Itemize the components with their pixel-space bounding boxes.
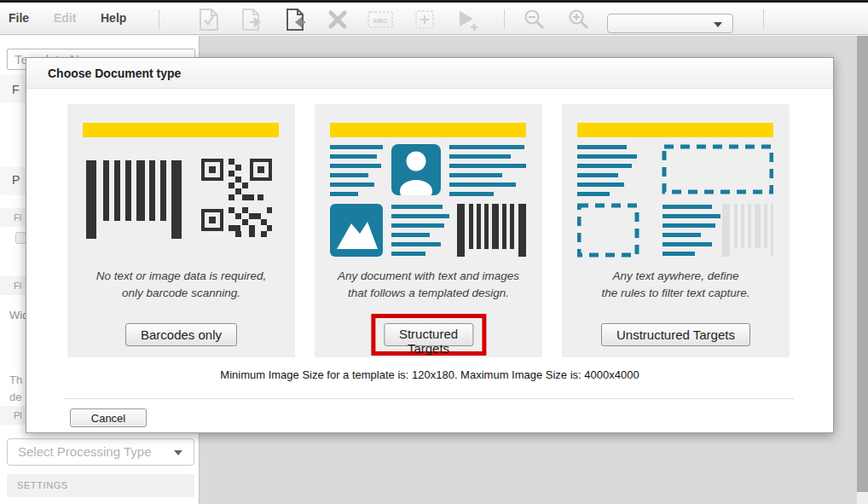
validate-document-icon: [198, 8, 220, 32]
sidebar-description-line: Th: [9, 374, 22, 386]
menu-file[interactable]: File: [9, 3, 29, 34]
toolbar-separator: [504, 9, 505, 29]
sidebar-section-label-p: P: [12, 173, 20, 187]
zoom-out-icon: [524, 9, 546, 31]
run-pointer-button[interactable]: [454, 7, 483, 32]
dialog-divider: [65, 398, 795, 399]
export-document-icon: [241, 8, 265, 32]
toolbar-separator: [159, 9, 159, 29]
structured-document-illustration: [330, 123, 526, 259]
text-capture-area-button[interactable]: ABC: [366, 7, 395, 32]
add-area-button[interactable]: [410, 7, 439, 32]
card-description-line: only barcode scanning.: [67, 285, 295, 302]
sidebar-sublabel-fl-2: Fl: [14, 281, 21, 291]
card-description: No text or image data is required, only …: [67, 268, 295, 302]
import-document-icon: [284, 8, 308, 32]
barcode-glyph: [457, 204, 526, 257]
validate-document-button[interactable]: [194, 7, 223, 32]
doc-type-card-barcodes: No text or image data is required, only …: [67, 104, 295, 357]
structured-targets-button[interactable]: Structured Targets: [384, 323, 473, 346]
sidebar-section-label-f: F: [12, 83, 20, 96]
faded-barcode-glyph: [722, 204, 773, 257]
settings-section-header[interactable]: SETTINGS: [7, 474, 194, 497]
text-capture-area-icon: ABC: [367, 9, 394, 30]
card-description: Any document with text and images that f…: [315, 268, 542, 302]
sidebar-sublabel-fl-1: Fl: [14, 212, 21, 223]
dashed-region-rect: [664, 147, 772, 192]
menu-edit: Edit: [54, 3, 76, 34]
toolbar: File Edit Help ABC: [0, 3, 868, 35]
dialog-title: Choose Document type: [26, 58, 833, 89]
vertical-scrollbar[interactable]: [857, 36, 868, 492]
card-description-line: No text or image data is required,: [67, 268, 295, 285]
processing-type-value: Select Processing Type: [18, 444, 151, 459]
barcodes-only-button[interactable]: Barcodes only: [125, 323, 237, 346]
run-pointer-icon: [456, 9, 480, 31]
export-document-button[interactable]: [239, 7, 268, 32]
image-size-note: Minimum Image Size for a template is: 12…: [26, 368, 833, 381]
add-area-icon: [414, 9, 436, 31]
dialog-header: Choose Document type: [26, 58, 833, 89]
card-description-line: Any text aywhere, define: [562, 268, 790, 285]
toolbar-dropdown[interactable]: [607, 14, 733, 33]
sidebar-description-line: de: [9, 391, 21, 403]
doc-type-card-structured: Any document with text and images that f…: [315, 104, 542, 357]
card-description: Any text aywhere, define the rules to fi…: [562, 268, 790, 302]
zoom-in-icon: [568, 9, 590, 31]
sidebar-sublabel-pl: Pl: [14, 410, 22, 420]
card-description-line: Any document with text and images: [315, 268, 542, 285]
zoom-in-button[interactable]: [564, 7, 593, 32]
card-description-line: the rules to filter text capture.: [562, 285, 790, 302]
abc-label: ABC: [373, 17, 388, 25]
scrollbar-corner: [857, 492, 868, 504]
delete-icon: [327, 9, 348, 30]
barcodes-illustration: [83, 123, 279, 259]
cancel-button[interactable]: Cancel: [70, 408, 147, 427]
chevron-down-icon: [714, 22, 722, 27]
unstructured-targets-button[interactable]: Unstructured Targets: [601, 323, 750, 346]
menu-help[interactable]: Help: [101, 3, 126, 34]
delete-button[interactable]: [323, 7, 352, 32]
toolbar-separator: [763, 9, 764, 29]
doc-type-card-unstructured: Any text aywhere, define the rules to fi…: [562, 104, 790, 357]
dashed-region-square: [579, 206, 637, 255]
processing-type-dropdown[interactable]: Select Processing Type: [7, 438, 194, 466]
red-highlight-box: Structured Targets: [371, 314, 486, 356]
import-document-button[interactable]: [281, 7, 310, 32]
choose-document-type-dialog: Choose Document type: [26, 57, 834, 433]
unstructured-document-illustration: [577, 123, 773, 259]
card-description-line: that follows a templated design.: [315, 285, 542, 302]
zoom-out-button[interactable]: [520, 7, 549, 32]
chevron-down-icon: [174, 450, 182, 455]
